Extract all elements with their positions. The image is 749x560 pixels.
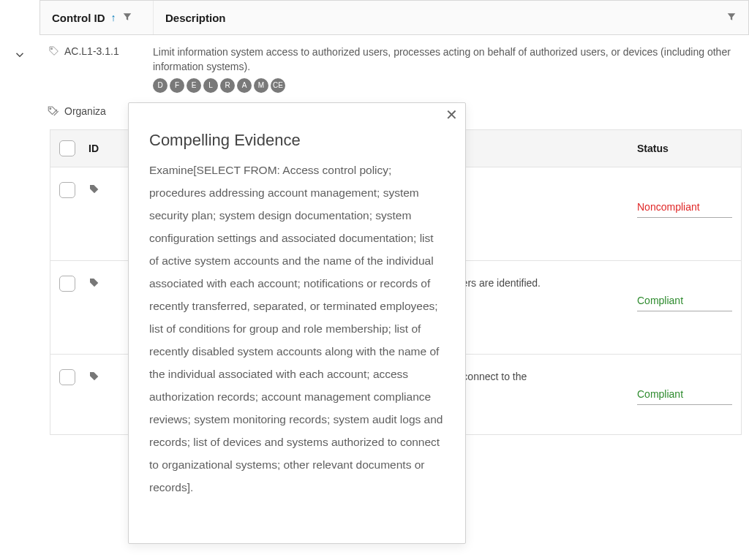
badge[interactable]: E bbox=[187, 78, 201, 93]
sort-ascending-icon[interactable]: ↑ bbox=[111, 12, 116, 23]
inner-header-id[interactable]: ID bbox=[89, 143, 131, 154]
status-badge[interactable]: Compliant bbox=[637, 276, 732, 311]
row-checkbox[interactable] bbox=[59, 276, 75, 292]
chevron-down-icon bbox=[13, 48, 26, 61]
filter-icon[interactable] bbox=[122, 12, 132, 24]
inner-header-status[interactable]: Status bbox=[637, 143, 732, 154]
filter-icon[interactable] bbox=[726, 12, 737, 24]
control-row: AC.L1-3.1.1 Limit information system acc… bbox=[0, 35, 749, 97]
badge[interactable]: A bbox=[237, 78, 252, 93]
tags-icon bbox=[47, 105, 60, 118]
header-description[interactable]: Description bbox=[154, 1, 748, 34]
tag-icon bbox=[48, 45, 60, 57]
control-description-cell: Limit information system access to autho… bbox=[153, 45, 749, 93]
organization-label: Organiza bbox=[64, 105, 106, 117]
badge[interactable]: L bbox=[203, 78, 218, 93]
row-checkbox[interactable] bbox=[59, 182, 75, 198]
expand-toggle[interactable] bbox=[0, 45, 39, 93]
tag-icon bbox=[89, 183, 100, 195]
header-description-label: Description bbox=[165, 12, 226, 24]
badge[interactable]: D bbox=[153, 78, 168, 93]
badge[interactable]: F bbox=[170, 78, 184, 93]
badge-row: D F E L R A M CE bbox=[153, 78, 737, 93]
control-id-text: AC.L1-3.1.1 bbox=[64, 45, 119, 57]
control-description-text: Limit information system access to autho… bbox=[153, 45, 737, 74]
tag-icon bbox=[89, 277, 100, 289]
select-all-checkbox[interactable] bbox=[59, 140, 75, 156]
evidence-popover: ✕ Compelling Evidence Examine[SELECT FRO… bbox=[128, 102, 466, 544]
tag-icon bbox=[89, 371, 100, 382]
header-control-id-label: Control ID bbox=[52, 12, 105, 24]
popover-body: Examine[SELECT FROM: Access control poli… bbox=[149, 159, 458, 545]
status-badge[interactable]: Noncompliant bbox=[637, 182, 732, 218]
svg-point-1 bbox=[50, 108, 51, 110]
badge[interactable]: M bbox=[254, 78, 268, 93]
popover-title: Compelling Evidence bbox=[149, 131, 458, 150]
control-id-cell: AC.L1-3.1.1 bbox=[39, 45, 153, 93]
grid-header: Control ID ↑ Description bbox=[39, 0, 749, 35]
badge[interactable]: CE bbox=[271, 78, 285, 93]
close-icon[interactable]: ✕ bbox=[445, 107, 458, 122]
row-checkbox[interactable] bbox=[59, 369, 75, 385]
svg-point-0 bbox=[51, 48, 53, 50]
status-badge[interactable]: Compliant bbox=[637, 369, 732, 405]
badge[interactable]: R bbox=[220, 78, 235, 93]
header-control-id[interactable]: Control ID ↑ bbox=[40, 1, 154, 34]
